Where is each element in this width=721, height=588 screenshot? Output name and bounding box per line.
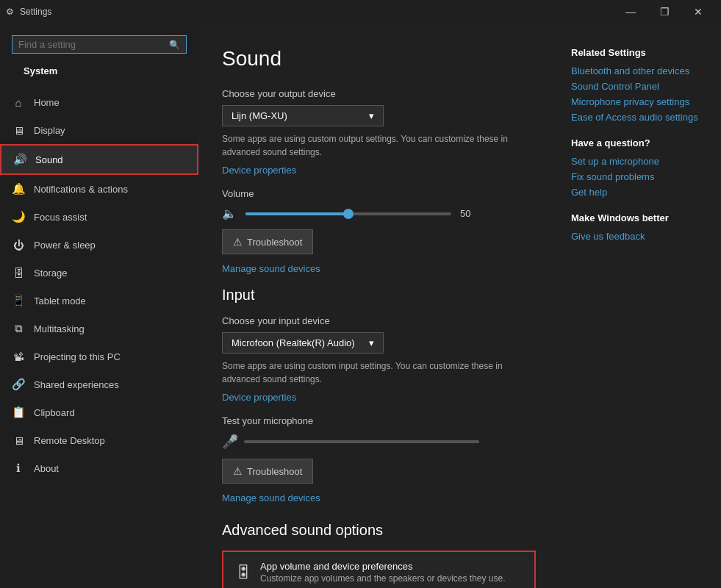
- app-container: 🔍 System ⌂ Home 🖥 Display 🔊 Sound 🔔 Noti…: [0, 24, 721, 588]
- app-volume-card[interactable]: 🎛 App volume and device preferences Cust…: [222, 551, 536, 588]
- sidebar-item-tablet[interactable]: 📱 Tablet mode: [0, 287, 198, 315]
- input-description: Some apps are using custom input setting…: [222, 359, 536, 386]
- sidebar-item-home[interactable]: ⌂ Home: [0, 88, 198, 116]
- related-microphone-privacy-link[interactable]: Microphone privacy settings: [571, 96, 709, 107]
- volume-fill: [245, 212, 348, 215]
- related-sound-panel-link[interactable]: Sound Control Panel: [571, 81, 709, 92]
- related-settings-title: Related Settings: [571, 47, 709, 58]
- sidebar-item-label: About: [34, 463, 59, 474]
- maximize-button[interactable]: ❐: [648, 0, 681, 24]
- sidebar-item-label: Tablet mode: [34, 295, 86, 306]
- title-bar: ⚙ Settings — ❐ ✕: [0, 0, 721, 24]
- volume-slider[interactable]: [245, 212, 451, 215]
- have-a-question-section: Have a question? Set up a microphone Fix…: [571, 137, 709, 198]
- tablet-icon: 📱: [12, 294, 25, 307]
- volume-value: 50: [460, 208, 470, 219]
- sidebar-item-about[interactable]: ℹ About: [0, 454, 198, 482]
- dropdown-chevron-icon: ▾: [369, 110, 374, 121]
- search-input[interactable]: [18, 39, 169, 50]
- sound-icon: 🔊: [13, 153, 26, 166]
- troubleshoot-label: Troubleshoot: [247, 237, 302, 248]
- shared-icon: 🔗: [12, 378, 25, 391]
- input-troubleshoot-button[interactable]: ⚠ Troubleshoot: [222, 459, 313, 484]
- sidebar-item-clipboard[interactable]: 📋 Clipboard: [0, 398, 198, 426]
- sidebar-header: 🔍 System: [0, 24, 198, 88]
- output-section-label: Choose your output device: [222, 88, 536, 99]
- notifications-icon: 🔔: [12, 182, 25, 196]
- sidebar-item-label: Display: [34, 125, 65, 136]
- input-device-properties-link[interactable]: Device properties: [222, 392, 296, 403]
- input-section-label: Choose your input device: [222, 315, 536, 326]
- sidebar-item-shared[interactable]: 🔗 Shared experiences: [0, 370, 198, 398]
- sidebar: 🔍 System ⌂ Home 🖥 Display 🔊 Sound 🔔 Noti…: [0, 24, 198, 588]
- sidebar-item-display[interactable]: 🖥 Display: [0, 116, 198, 144]
- system-label: System: [12, 65, 187, 82]
- right-panel: Related Settings Bluetooth and other dev…: [559, 24, 721, 588]
- sidebar-item-projecting[interactable]: 📽 Projecting to this PC: [0, 343, 198, 370]
- volume-low-icon: 🔈: [222, 207, 237, 220]
- sidebar-item-power[interactable]: ⏻ Power & sleep: [0, 231, 198, 259]
- search-icon: 🔍: [169, 40, 180, 50]
- mic-level-bar: [244, 440, 479, 443]
- manage-sound-devices-output-link[interactable]: Manage sound devices: [222, 263, 320, 274]
- sidebar-item-remote[interactable]: 🖥 Remote Desktop: [0, 426, 198, 454]
- related-bluetooth-link[interactable]: Bluetooth and other devices: [571, 65, 709, 76]
- projecting-icon: 📽: [12, 350, 25, 363]
- warning-icon-input: ⚠: [233, 465, 243, 477]
- sidebar-item-label: Home: [34, 97, 60, 108]
- minimize-button[interactable]: —: [614, 0, 648, 24]
- sidebar-item-focus[interactable]: 🌙 Focus assist: [0, 203, 198, 231]
- sidebar-item-multitasking[interactable]: ⧉ Multitasking: [0, 315, 198, 343]
- sidebar-item-label: Sound: [35, 154, 63, 165]
- page-title: Sound: [222, 47, 536, 71]
- setup-microphone-link[interactable]: Set up a microphone: [571, 156, 709, 167]
- sidebar-item-label: Clipboard: [34, 407, 75, 418]
- warning-icon: ⚠: [233, 236, 243, 248]
- multitasking-icon: ⧉: [12, 322, 25, 335]
- mic-bar-row: 🎤: [222, 434, 536, 450]
- sidebar-item-label: Multitasking: [34, 323, 85, 334]
- manage-sound-devices-input-link[interactable]: Manage sound devices: [222, 492, 320, 503]
- volume-row: 🔈 50: [222, 207, 536, 220]
- input-device-dropdown[interactable]: Microfoon (Realtek(R) Audio) ▾: [222, 332, 384, 354]
- input-dropdown-chevron-icon: ▾: [369, 337, 374, 348]
- output-device-dropdown[interactable]: Lijn (MG-XU) ▾: [222, 105, 384, 126]
- sidebar-item-label: Notifications & actions: [34, 184, 128, 195]
- app-volume-icon: 🎛: [235, 563, 251, 582]
- close-button[interactable]: ✕: [681, 0, 715, 24]
- sidebar-item-label: Power & sleep: [34, 240, 96, 251]
- sidebar-item-storage[interactable]: 🗄 Storage: [0, 259, 198, 287]
- settings-icon: ⚙: [6, 7, 14, 17]
- output-device-value: Lijn (MG-XU): [232, 110, 287, 121]
- home-icon: ⌂: [12, 96, 25, 109]
- focus-icon: 🌙: [12, 210, 25, 223]
- clipboard-icon: 📋: [12, 406, 25, 419]
- have-question-title: Have a question?: [571, 137, 709, 148]
- title-bar-controls: — ❐ ✕: [614, 0, 715, 24]
- about-icon: ℹ: [12, 462, 25, 475]
- app-title: Settings: [20, 7, 51, 17]
- volume-thumb: [343, 209, 354, 219]
- input-troubleshoot-label: Troubleshoot: [247, 466, 302, 477]
- sidebar-item-notifications[interactable]: 🔔 Notifications & actions: [0, 175, 198, 203]
- get-help-link[interactable]: Get help: [571, 187, 709, 198]
- give-feedback-link[interactable]: Give us feedback: [571, 231, 709, 242]
- make-windows-better-section: Make Windows better Give us feedback: [571, 212, 709, 242]
- app-volume-subtitle: Customize app volumes and the speakers o…: [260, 573, 506, 584]
- title-bar-left: ⚙ Settings: [6, 7, 51, 17]
- sidebar-item-sound[interactable]: 🔊 Sound: [0, 144, 198, 175]
- input-device-value: Microfoon (Realtek(R) Audio): [232, 337, 355, 348]
- storage-icon: 🗄: [12, 266, 25, 279]
- sidebar-item-label: Projecting to this PC: [34, 351, 121, 362]
- output-description: Some apps are using custom output settin…: [222, 132, 536, 159]
- mic-icon: 🎤: [222, 434, 238, 450]
- output-troubleshoot-button[interactable]: ⚠ Troubleshoot: [222, 229, 313, 254]
- output-device-properties-link[interactable]: Device properties: [222, 165, 296, 176]
- volume-section: Volume 🔈 50: [222, 188, 536, 220]
- related-ease-audio-link[interactable]: Ease of Access audio settings: [571, 112, 709, 123]
- search-box[interactable]: 🔍: [12, 35, 187, 54]
- app-volume-title: App volume and device preferences: [260, 561, 506, 572]
- remote-icon: 🖥: [12, 434, 25, 447]
- display-icon: 🖥: [12, 123, 25, 137]
- fix-sound-problems-link[interactable]: Fix sound problems: [571, 171, 709, 182]
